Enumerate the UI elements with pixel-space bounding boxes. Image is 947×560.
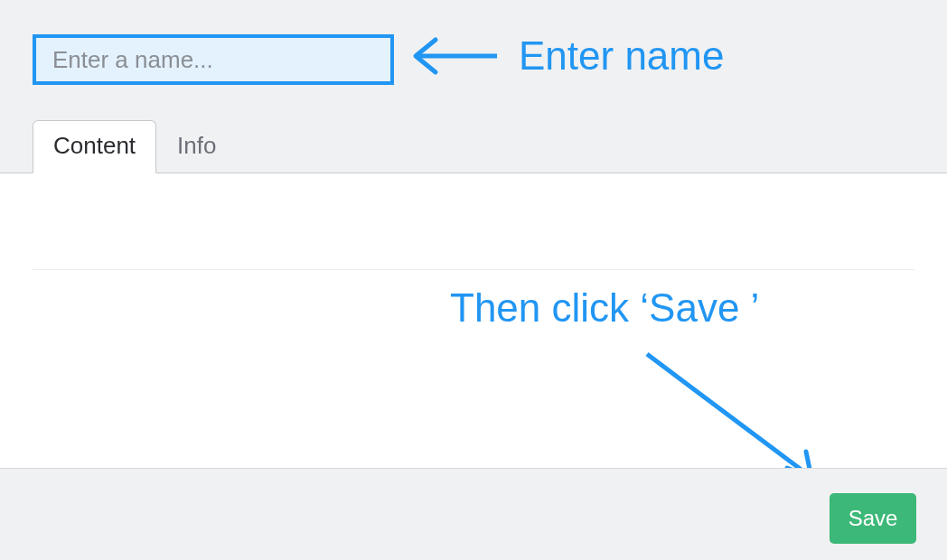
tabs-container: Content Info bbox=[0, 119, 947, 173]
tab-content[interactable]: Content bbox=[33, 120, 156, 173]
footer-bar: Save bbox=[0, 468, 947, 560]
arrow-left-icon bbox=[405, 29, 504, 83]
annotation-enter-name: Enter name bbox=[405, 29, 724, 83]
content-divider bbox=[33, 269, 914, 270]
svg-line-1 bbox=[647, 354, 810, 476]
annotation-enter-name-text: Enter name bbox=[519, 33, 724, 79]
name-input[interactable] bbox=[33, 34, 394, 85]
annotation-then-save-text: Then click ‘Save ’ bbox=[450, 285, 759, 331]
tab-info[interactable]: Info bbox=[156, 120, 237, 173]
save-button[interactable]: Save bbox=[830, 493, 916, 544]
annotation-then-save: Then click ‘Save ’ bbox=[450, 285, 759, 331]
